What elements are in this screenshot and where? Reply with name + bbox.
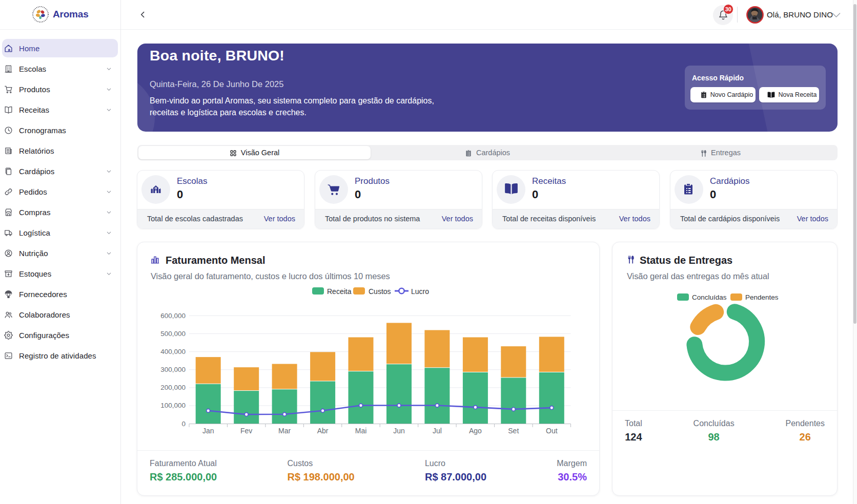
- svg-text:600,000: 600,000: [160, 312, 186, 320]
- svg-text:Fev: Fev: [240, 427, 252, 435]
- svg-text:Jul: Jul: [433, 427, 442, 435]
- svg-text:Mar: Mar: [278, 427, 291, 435]
- svg-text:100,000: 100,000: [160, 402, 186, 409]
- svg-text:500,000: 500,000: [160, 330, 186, 338]
- svg-text:200,000: 200,000: [160, 384, 186, 391]
- svg-text:Mai: Mai: [355, 427, 367, 435]
- svg-text:0: 0: [181, 420, 186, 428]
- svg-text:Abr: Abr: [317, 427, 329, 435]
- svg-text:400,000: 400,000: [160, 348, 186, 355]
- svg-text:Out: Out: [546, 427, 558, 435]
- svg-text:Set: Set: [508, 427, 519, 435]
- svg-text:300,000: 300,000: [160, 366, 186, 373]
- svg-text:Ago: Ago: [469, 427, 482, 435]
- svg-text:Jun: Jun: [393, 427, 405, 435]
- svg-text:Jan: Jan: [202, 427, 214, 435]
